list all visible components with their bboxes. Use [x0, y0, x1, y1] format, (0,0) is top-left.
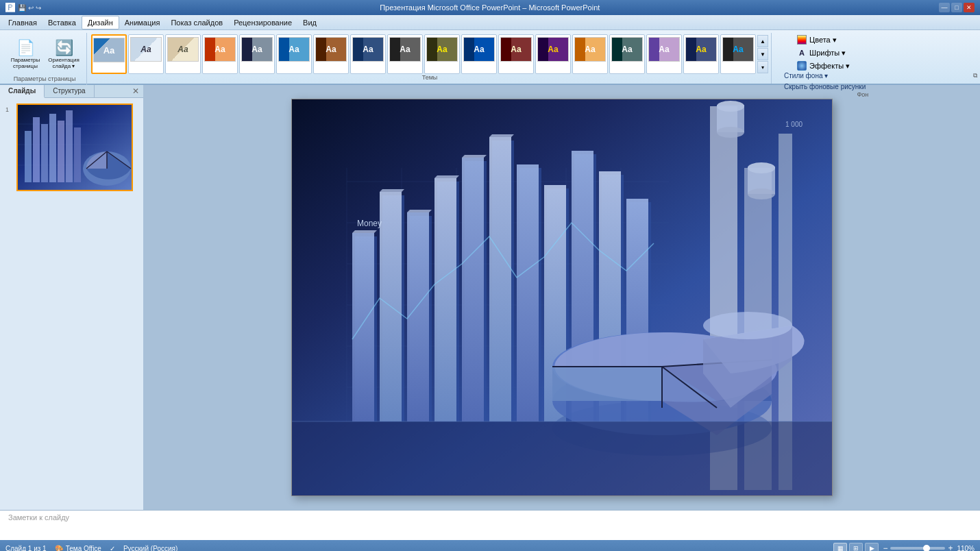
- slide-info: Слайд 1 из 1: [5, 545, 47, 552]
- theme-tile-4[interactable]: Aa: [239, 34, 275, 74]
- zoom-plus[interactable]: +: [948, 543, 953, 551]
- theme-preview-9: Aa: [426, 37, 458, 62]
- status-bar-right: ▦ ⊞ ▶ − + 110%: [833, 543, 975, 551]
- svg-point-64: [748, 188, 775, 199]
- theme-tile-3[interactable]: Aa: [202, 34, 238, 74]
- menu-insert[interactable]: Вставка: [42, 16, 82, 29]
- zoom-minus[interactable]: −: [883, 543, 887, 551]
- page-settings-group-label: Параметры страницы: [14, 75, 76, 84]
- bg-styles-button[interactable]: Стили фона ▾: [781, 71, 831, 80]
- svg-rect-7: [49, 114, 56, 182]
- menu-view[interactable]: Вид: [297, 16, 322, 29]
- themes-group-label: Темы: [422, 74, 438, 82]
- themes-scroll-down[interactable]: ▼: [757, 48, 768, 60]
- title-bar-left: 🅿 💾 ↩ ↪: [5, 2, 41, 13]
- slideshow-button[interactable]: ▶: [865, 543, 879, 551]
- slide-thumb-image-1[interactable]: [16, 103, 133, 191]
- svg-rect-41: [407, 212, 429, 421]
- window-title: Презентация Microsoft Office PowerPoint …: [41, 3, 939, 12]
- svg-rect-43: [462, 158, 484, 421]
- zoom-thumb: [923, 545, 930, 551]
- theme-tile-12[interactable]: Aa: [535, 34, 571, 74]
- slide-background: Money: [292, 99, 832, 495]
- theme-tile-8[interactable]: Aa: [387, 34, 423, 74]
- slides-list: 1: [0, 98, 143, 510]
- effects-button[interactable]: Эффекты ▾: [794, 60, 853, 71]
- svg-rect-44: [489, 137, 511, 421]
- hide-bg-label: Скрыть фоновые рисунки: [784, 83, 866, 90]
- ribbon-group-themes: Aa Aa Aa Aa Aa Aa Aa: [88, 33, 772, 84]
- tab-slides[interactable]: Слайды: [0, 85, 45, 98]
- sorter-view-button[interactable]: ⊞: [849, 543, 863, 551]
- ribbon: 📄 Параметрыстраницы 🔄 Ориентацияслайда ▾…: [0, 30, 980, 85]
- svg-marker-54: [462, 155, 487, 158]
- slide-orientation-label: Ориентацияслайда ▾: [48, 57, 79, 69]
- themes-row: Aa Aa Aa Aa Aa Aa Aa: [91, 34, 768, 74]
- page-settings-buttons: 📄 Параметрыстраницы 🔄 Ориентацияслайда ▾: [7, 34, 82, 75]
- theme-tile-7[interactable]: Aa: [350, 34, 386, 74]
- theme-tile-1[interactable]: Aa: [128, 34, 164, 74]
- theme-tile-9[interactable]: Aa: [424, 34, 460, 74]
- colors-button[interactable]: Цвета ▾: [794, 34, 840, 45]
- slide-canvas-area[interactable]: Money: [144, 85, 980, 510]
- maximize-button[interactable]: □: [951, 3, 962, 12]
- svg-rect-39: [352, 233, 374, 421]
- menu-home[interactable]: Главная: [3, 16, 42, 29]
- page-params-icon: 📄: [16, 40, 35, 56]
- notes-area[interactable]: Заметки к слайду: [0, 510, 980, 540]
- zoom-track[interactable]: [890, 547, 945, 550]
- normal-view-button[interactable]: ▦: [833, 543, 847, 551]
- theme-preview-16: Aa: [685, 37, 717, 62]
- page-params-button[interactable]: 📄 Параметрыстраницы: [7, 34, 44, 75]
- theme-tile-17[interactable]: Aa: [720, 34, 756, 74]
- bg-items: Цвета ▾ A Шрифты ▾ Эффекты ▾: [794, 34, 853, 71]
- fonts-button[interactable]: A Шрифты ▾: [794, 47, 848, 58]
- theme-tile-5[interactable]: Aa: [276, 34, 312, 74]
- theme-tile-10[interactable]: Aa: [461, 34, 497, 74]
- theme-tile-16[interactable]: Aa: [683, 34, 719, 74]
- theme-tile-0[interactable]: Aa: [91, 34, 127, 74]
- svg-rect-5: [33, 117, 40, 182]
- minimize-button[interactable]: —: [939, 3, 950, 12]
- themes-scroll-up[interactable]: ▲: [757, 35, 768, 47]
- menu-animation[interactable]: Анимация: [119, 16, 166, 29]
- theme-tile-2[interactable]: Aa: [165, 34, 201, 74]
- svg-marker-53: [434, 175, 459, 178]
- theme-preview-2: Aa: [167, 37, 199, 62]
- theme-tile-13[interactable]: Aa: [572, 34, 608, 74]
- slide-canvas[interactable]: Money: [291, 99, 833, 496]
- theme-preview-7: Aa: [352, 37, 384, 62]
- theme-preview-5: Aa: [278, 37, 310, 62]
- close-button[interactable]: ✕: [964, 3, 975, 12]
- theme-tile-6[interactable]: Aa: [313, 34, 349, 74]
- slides-panel-close[interactable]: ✕: [128, 85, 143, 97]
- menu-design[interactable]: Дизайн: [82, 16, 119, 29]
- theme-tile-15[interactable]: Aa: [646, 34, 682, 74]
- slides-panel: Слайды Структура ✕ 1: [0, 85, 144, 510]
- quick-access: 💾 ↩ ↪: [18, 4, 41, 12]
- bg-group-expand[interactable]: ⧉: [973, 72, 977, 79]
- language: Русский (Россия): [123, 545, 177, 552]
- ribbon-group-bg: Цвета ▾ A Шрифты ▾ Эффекты ▾ Стили фона …: [773, 33, 872, 101]
- themes-scroll: ▲ ▼ ▾: [757, 35, 768, 73]
- theme-tile-11[interactable]: Aa: [498, 34, 534, 74]
- menu-review[interactable]: Рецензирование: [228, 16, 297, 29]
- svg-marker-50: [352, 230, 377, 233]
- status-bar: Слайд 1 из 1 🎨 Тема Office ✓ Русский (Ро…: [0, 540, 980, 551]
- window-controls: — □ ✕: [939, 3, 975, 12]
- bg-items-2: Стили фона ▾ Скрыть фоновые рисунки: [781, 71, 868, 91]
- svg-marker-55: [489, 134, 514, 137]
- tab-structure[interactable]: Структура: [45, 85, 94, 97]
- menu-slideshow[interactable]: Показ слайдов: [165, 16, 228, 29]
- hide-bg-button[interactable]: Скрыть фоновые рисунки: [781, 82, 868, 91]
- notes-placeholder: Заметки к слайду: [8, 513, 69, 522]
- spell-check-icon: ✓: [110, 545, 115, 552]
- zoom-level[interactable]: 110%: [957, 545, 975, 552]
- themes-scroll-more[interactable]: ▾: [757, 61, 768, 73]
- slide-orientation-button[interactable]: 🔄 Ориентацияслайда ▾: [45, 34, 82, 75]
- zoom-control[interactable]: − +: [883, 543, 953, 551]
- themes-tiles: Aa Aa Aa Aa Aa Aa Aa: [91, 34, 756, 74]
- theme-tile-14[interactable]: Aa: [609, 34, 645, 74]
- svg-marker-51: [380, 189, 404, 192]
- slides-tabs: Слайды Структура ✕: [0, 85, 143, 98]
